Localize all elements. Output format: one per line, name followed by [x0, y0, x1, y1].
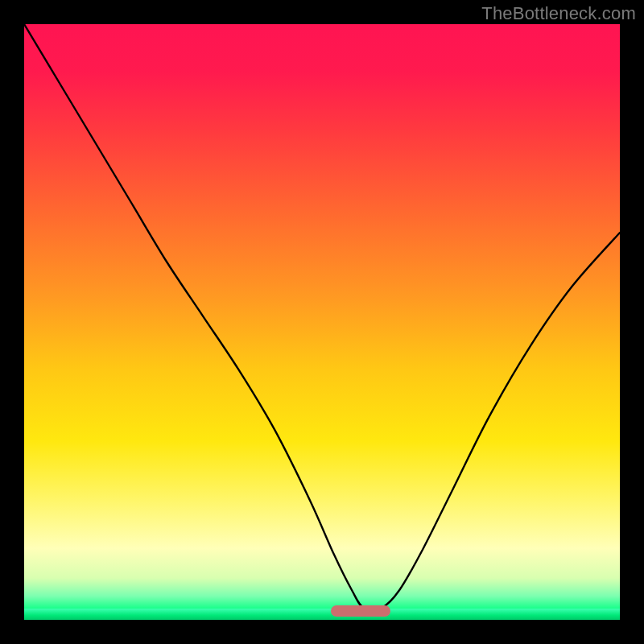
optimal-range-marker — [331, 605, 390, 617]
watermark-label: TheBottleneck.com — [481, 3, 636, 24]
plot-area — [24, 24, 620, 620]
chart-frame: TheBottleneck.com — [0, 0, 644, 644]
bottleneck-curve — [24, 24, 620, 620]
